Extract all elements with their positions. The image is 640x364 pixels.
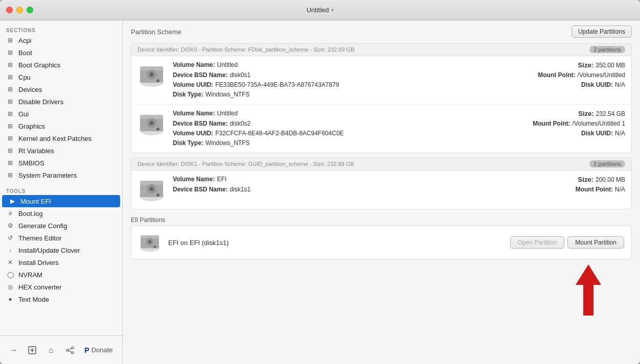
window-title: Untitled ▾ [306,6,333,14]
grid-icon: ⊞ [6,36,14,44]
volume-details: Volume Name: Untitled Size: 350.00 MB [173,61,625,99]
sidebar-item-smbios[interactable]: ⊞ SMBIOS [0,157,122,169]
open-partition-button[interactable]: Open Partition [510,236,565,249]
disk-icon [138,61,166,89]
sidebar-item-label: System Parameters [18,172,77,179]
sidebar-item-graphics[interactable]: ⊞ Graphics [0,120,122,132]
annotation-area [131,259,632,321]
sidebar-item-boot-graphics[interactable]: ⊞ Boot Graphics [0,59,122,71]
x-icon: ✕ [6,258,14,266]
sidebar-item-label: Acpi [18,37,31,44]
sidebar-item-install-drivers[interactable]: ✕ Install Drivers [0,256,122,269]
sidebar-item-label: NVRAM [18,271,42,279]
disk-uuid-value: N/A [615,130,625,137]
maximize-button[interactable] [27,7,33,13]
sidebar-item-text-mode[interactable]: ● Text Mode [0,293,122,305]
sidebar-item-acpi[interactable]: ⊞ Acpi [0,34,122,46]
disk-type-label: Disk Type: [173,139,203,147]
sidebar-footer: → ⌂ [0,335,122,364]
svg-point-21 [151,122,153,124]
size-label: Size: [578,110,593,117]
volume-details: Volume Name: EFI Size: 200.00 MB [173,176,625,196]
sidebar-item-cpu[interactable]: ⊞ Cpu [0,71,122,83]
volume-name-label: Volume Name: [173,110,215,117]
grid-icon: ⊞ [6,110,14,118]
efi-row: EFI on EFI (disk1s1) Open Partition Moun… [131,226,631,259]
sidebar-item-nvram[interactable]: ◯ NVRAM [0,269,122,281]
volume-name-value: Untitled [217,61,238,68]
sidebar-item-gui[interactable]: ⊞ Gui [0,108,122,120]
sidebar-item-generate-config[interactable]: ⚙ Generate Config [0,220,122,232]
volume-name-value: EFI [217,176,226,183]
export-icon[interactable] [23,341,41,359]
red-arrow-icon [560,259,616,321]
play-icon: ▶ [8,197,16,205]
sidebar-item-label: Disable Drivers [18,98,63,106]
mount-point-label: Mount Point: [538,71,575,79]
efi-item-label: EFI on EFI (disk1s1) [168,239,503,247]
disk-icon [138,110,166,138]
sidebar-item-boot[interactable]: ⊞ Boot [0,46,122,59]
grid-icon: ⊞ [6,98,14,106]
sidebar-item-themes-editor[interactable]: ↺ Themes Editor [0,232,122,244]
sidebar-item-install-update[interactable]: ↓ Install/Update Clover [0,244,122,256]
sidebar-item-boot-log[interactable]: ≡ Boot.log [0,207,122,220]
disk0-header-text: Device Identifier: DISK0 - Partition Sch… [138,46,354,53]
sidebar-item-label: Boot Graphics [18,61,60,69]
close-button[interactable] [6,7,13,13]
uuid-value: FE33BE50-735A-449E-BA73-A876743A7879 [215,81,339,88]
update-partitions-button[interactable]: Update Partitions [572,26,632,38]
grid-icon: ⊞ [6,159,14,167]
target-icon: ◎ [6,283,14,291]
table-row: Volume Name: EFI Size: 200.00 MB [131,171,631,209]
mount-partition-button[interactable]: Mount Partition [567,236,624,249]
share-icon[interactable] [61,341,79,359]
donate-button[interactable]: P Donate [79,343,118,357]
sidebar-item-devices[interactable]: ⊞ Devices [0,83,122,95]
size-value: 200.00 MB [596,176,625,183]
svg-point-25 [156,193,159,197]
download-icon: ↓ [6,246,14,254]
sidebar-item-disable-drivers[interactable]: ⊞ Disable Drivers [0,95,122,108]
sidebar-item-hex-converter[interactable]: ◎ HEX converter [0,281,122,293]
sidebar-item-rt-variables[interactable]: ⊞ Rt Variables [0,144,122,157]
minimize-button[interactable] [16,7,23,13]
grid-icon: ⊞ [6,48,14,57]
svg-marker-36 [576,264,601,316]
paypal-icon: P [84,346,89,354]
main-window: Untitled ▾ SECTIONS ⊞ Acpi ⊞ Boot ⊞ Boot… [0,0,640,364]
size-label: Size: [578,61,593,69]
home-icon[interactable]: ⌂ [42,341,60,359]
disk1-partitions-badge: 2 partitions [589,160,625,167]
uuid-label: Volume UUID: [173,81,213,88]
size-value: 232.54 GB [596,110,625,117]
traffic-lights [6,7,33,13]
title-chevron-icon: ▾ [331,7,334,13]
grid-icon: ⊞ [6,122,14,130]
svg-point-32 [154,246,156,248]
svg-point-3 [72,347,74,349]
sidebar-item-label: SMBIOS [18,159,44,167]
sidebar-item-mount-efi[interactable]: ▶ Mount EFI [2,195,120,207]
sidebar-item-kernel-kext[interactable]: ⊞ Kernel and Kext Patches [0,132,122,144]
bsd-name-value: disk0s1 [230,71,250,79]
svg-point-14 [151,74,153,76]
mount-point-value: /Volumes/Untitled 1 [573,120,625,127]
disk-uuid-label: Disk UUID: [581,130,613,137]
disk-uuid-label: Disk UUID: [581,81,613,88]
sidebar-item-label: Gui [18,110,29,118]
sidebar-item-label: Install Drivers [18,259,59,266]
grid-icon: ⊞ [6,85,14,93]
uuid-value: F32CFCFA-6E48-4AF2-B4DB-8AC94F604C0E [215,130,344,137]
size-label: Size: [578,176,593,183]
panel-header: Partition Scheme Update Partitions [123,20,640,43]
efi-disk-icon [139,231,161,254]
disk0-partitions-badge: 2 partitions [589,46,625,53]
forward-icon[interactable]: → [4,341,22,359]
disk-type-label: Disk Type: [173,91,203,98]
sidebar-item-label: Themes Editor [18,234,62,242]
grid-icon: ⊞ [6,134,14,142]
sidebar-item-system-parameters[interactable]: ⊞ System Parameters [0,169,122,181]
bsd-name-label: Device BSD Name: [173,186,227,193]
sidebar-item-label: Rt Variables [18,147,54,155]
